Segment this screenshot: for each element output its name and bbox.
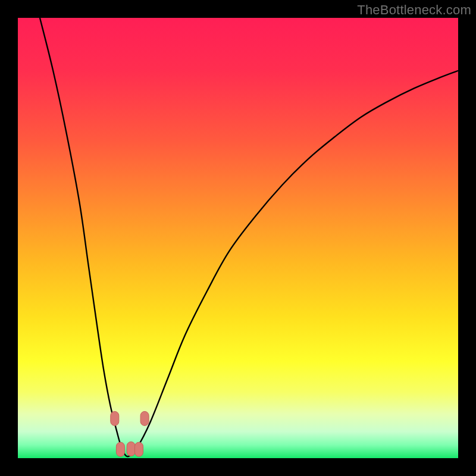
chart-frame (18, 18, 458, 458)
curve-marker (135, 442, 143, 456)
bottleneck-chart (18, 18, 458, 458)
curve-marker (116, 442, 124, 456)
watermark-text: TheBottleneck.com (357, 2, 471, 18)
curve-marker (127, 441, 135, 456)
curve-marker (111, 411, 119, 425)
curve-marker (140, 411, 149, 425)
